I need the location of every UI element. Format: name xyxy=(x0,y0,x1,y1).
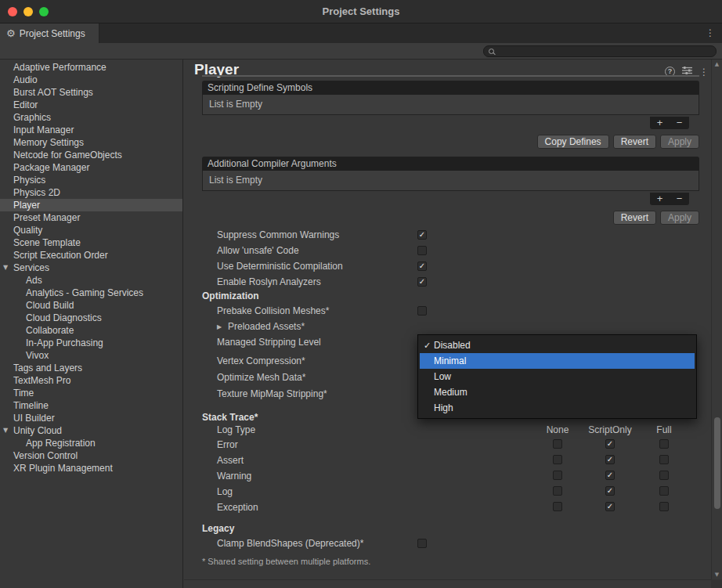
define-symbols-header: Scripting Define Symbols xyxy=(202,81,699,95)
sidebar-item-collaborate[interactable]: Collaborate xyxy=(0,324,182,337)
sidebar-item-label: Burst AOT Settings xyxy=(13,87,93,98)
sidebar-item-audio[interactable]: Audio xyxy=(0,74,182,86)
menu-item-disabled[interactable]: ✓Disabled xyxy=(420,337,695,353)
checkbox[interactable]: ✓ xyxy=(605,502,615,511)
checkbox[interactable] xyxy=(417,306,427,316)
checkbox[interactable] xyxy=(553,455,562,464)
checkbox[interactable] xyxy=(659,471,669,480)
revert-button[interactable]: Revert xyxy=(613,211,656,225)
scroll-down-icon[interactable]: ▼ xyxy=(712,570,722,579)
scrollbar-thumb[interactable] xyxy=(714,417,720,509)
search-icon xyxy=(489,49,494,54)
remove-icon[interactable]: − xyxy=(670,193,689,204)
checkbox[interactable] xyxy=(417,539,427,548)
sidebar-item-cloud-diagnostics[interactable]: Cloud Diagnostics xyxy=(0,312,182,324)
revert-button[interactable]: Revert xyxy=(613,135,656,149)
scroll-up-icon[interactable]: ▲ xyxy=(712,60,722,69)
sidebar-item-tags-and-layers[interactable]: Tags and Layers xyxy=(0,362,182,374)
sidebar-item-burst-aot-settings[interactable]: Burst AOT Settings xyxy=(0,86,182,99)
foldout-open-icon[interactable]: ▼ xyxy=(3,424,8,437)
sidebar-item-timeline[interactable]: Timeline xyxy=(0,399,182,412)
foldout-open-icon[interactable]: ▼ xyxy=(3,262,8,274)
checkbox[interactable] xyxy=(659,439,669,449)
property-label: Optimize Mesh Data* xyxy=(217,372,417,383)
sidebar-item-preset-manager[interactable]: Preset Manager xyxy=(0,211,182,224)
checkbox[interactable] xyxy=(659,486,669,496)
property-label: Preloaded Assets* xyxy=(228,321,417,332)
menu-item-minimal[interactable]: Minimal xyxy=(420,353,695,369)
sidebar-item-in-app-purchasing[interactable]: In-App Purchasing xyxy=(0,337,182,349)
checkbox[interactable] xyxy=(553,502,562,511)
menu-item-medium[interactable]: Medium xyxy=(420,384,695,400)
tab-project-settings[interactable]: ⚙ Project Settings xyxy=(0,23,99,43)
sidebar-item-label: Audio xyxy=(13,74,38,85)
search-input[interactable] xyxy=(483,45,717,57)
stacktrace-row-label: Log xyxy=(217,485,233,498)
column-header-full: Full xyxy=(629,424,699,436)
sidebar-item-input-manager[interactable]: Input Manager xyxy=(0,124,182,136)
menu-item-high[interactable]: High xyxy=(420,400,695,416)
sidebar-item-netcode-for-gameobjects[interactable]: Netcode for GameObjects xyxy=(0,149,182,161)
menu-item-label: Medium xyxy=(431,387,467,398)
player-settings-panel: Player ? ⋮ Scripting Define Symbols List… xyxy=(184,60,711,588)
sidebar-item-version-control[interactable]: Version Control xyxy=(0,449,182,462)
sidebar-item-ads[interactable]: Ads xyxy=(0,274,182,287)
sidebar-item-editor[interactable]: Editor xyxy=(0,99,182,111)
sidebar-item-player[interactable]: Player xyxy=(0,199,182,211)
sidebar-item-label: Netcode for GameObjects xyxy=(13,150,122,161)
vertical-scrollbar[interactable]: ▲ ▼ xyxy=(711,60,722,579)
menu-item-low[interactable]: Low xyxy=(420,369,695,384)
sidebar-item-label: Analytics - Gaming Services xyxy=(26,287,143,298)
sidebar-item-unity-cloud[interactable]: ▼Unity Cloud xyxy=(0,424,182,437)
checkbox[interactable]: ✓ xyxy=(605,455,615,464)
menu-item-label: Disabled xyxy=(431,340,471,351)
checkbox[interactable]: ✓ xyxy=(417,277,427,287)
checkbox[interactable] xyxy=(553,471,562,480)
checkbox[interactable]: ✓ xyxy=(417,230,427,240)
shared-setting-note: * Shared setting between multiple platfo… xyxy=(202,557,370,566)
sidebar-item-physics[interactable]: Physics xyxy=(0,174,182,186)
sidebar-item-package-manager[interactable]: Package Manager xyxy=(0,161,182,174)
sidebar-item-graphics[interactable]: Graphics xyxy=(0,111,182,124)
sidebar-item-physics-2d[interactable]: Physics 2D xyxy=(0,186,182,199)
checkbox[interactable]: ✓ xyxy=(605,486,615,496)
add-icon[interactable]: + xyxy=(651,193,670,204)
checkbox[interactable]: ✓ xyxy=(417,262,427,271)
horizontal-scrollbar-track[interactable] xyxy=(184,579,711,588)
sidebar-item-services[interactable]: ▼Services xyxy=(0,262,182,274)
tab-menu-kebab-icon[interactable]: ⋮ xyxy=(706,27,715,38)
sidebar-item-scene-template[interactable]: Scene Template xyxy=(0,236,182,249)
checkbox[interactable] xyxy=(553,439,562,449)
sidebar-item-time[interactable]: Time xyxy=(0,387,182,399)
sidebar-item-xr-plugin-management[interactable]: XR Plugin Management xyxy=(0,462,182,474)
checkbox[interactable] xyxy=(659,502,669,511)
remove-icon[interactable]: − xyxy=(670,117,689,128)
checkbox[interactable] xyxy=(553,486,562,496)
copy-defines-button[interactable]: Copy Defines xyxy=(537,135,609,149)
opt-row-prebake-collision-meshes: Prebake Collision Meshes* xyxy=(217,305,699,317)
sidebar-item-vivox[interactable]: Vivox xyxy=(0,349,182,362)
menu-item-label: Low xyxy=(431,371,451,382)
sidebar-item-analytics-gaming-services[interactable]: Analytics - Gaming Services xyxy=(0,287,182,299)
sidebar-item-quality[interactable]: Quality xyxy=(0,224,182,236)
tab-bar: ⚙ Project Settings ⋮ xyxy=(0,23,722,43)
panel-menu-kebab-icon[interactable]: ⋮ xyxy=(699,67,709,78)
apply-button[interactable]: Apply xyxy=(660,135,699,149)
checkbox[interactable]: ✓ xyxy=(605,471,615,480)
sidebar-item-script-execution-order[interactable]: Script Execution Order xyxy=(0,249,182,262)
sidebar-item-adaptive-performance[interactable]: Adaptive Performance xyxy=(0,61,182,74)
sidebar-item-textmesh-pro[interactable]: TextMesh Pro xyxy=(0,374,182,387)
sidebar-item-label: Vivox xyxy=(26,350,49,361)
checkbox[interactable] xyxy=(417,246,427,255)
apply-button[interactable]: Apply xyxy=(660,211,699,225)
property-label: Clamp BlendShapes (Deprecated)* xyxy=(217,538,417,549)
add-icon[interactable]: + xyxy=(651,117,670,128)
sidebar-item-label: XR Plugin Management xyxy=(13,463,113,474)
sidebar-item-memory-settings[interactable]: Memory Settings xyxy=(0,136,182,149)
sidebar-item-ui-builder[interactable]: UI Builder xyxy=(0,412,182,424)
foldout-closed-icon[interactable]: ▶ xyxy=(217,323,228,330)
sidebar-item-app-registration[interactable]: App Registration xyxy=(0,437,182,449)
checkbox[interactable]: ✓ xyxy=(605,439,615,449)
checkbox[interactable] xyxy=(659,455,669,464)
sidebar-item-cloud-build[interactable]: Cloud Build xyxy=(0,299,182,312)
